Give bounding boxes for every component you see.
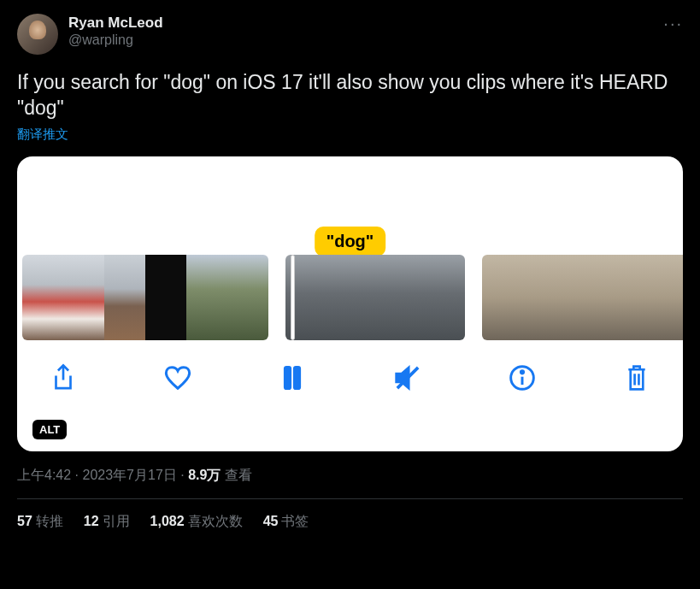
video-scrubber[interactable] bbox=[17, 255, 683, 340]
video-frame bbox=[22, 255, 63, 340]
mute-button[interactable] bbox=[391, 361, 425, 395]
delete-button[interactable] bbox=[620, 361, 654, 395]
media-card[interactable]: "dog" bbox=[17, 156, 683, 451]
meta-time[interactable]: 上午4:42 bbox=[17, 468, 71, 482]
svg-point-4 bbox=[521, 371, 523, 374]
video-frame bbox=[590, 255, 626, 340]
svg-rect-1 bbox=[294, 367, 300, 389]
author-handle[interactable]: @warpling bbox=[68, 32, 163, 49]
clip-group-1[interactable] bbox=[22, 255, 268, 340]
heart-icon bbox=[163, 365, 192, 391]
share-button[interactable] bbox=[46, 361, 80, 395]
meta-views-label: 查看 bbox=[221, 468, 251, 482]
video-frame bbox=[186, 255, 227, 340]
meta-sep: · bbox=[71, 468, 82, 482]
stat-quotes[interactable]: 12引用 bbox=[84, 513, 130, 531]
tweet-header: Ryan McLeod @warpling ··· bbox=[17, 14, 683, 55]
video-frame bbox=[345, 255, 405, 340]
info-icon bbox=[509, 364, 536, 392]
info-button[interactable] bbox=[505, 361, 539, 395]
author-block: Ryan McLeod @warpling bbox=[68, 14, 163, 49]
tweet: Ryan McLeod @warpling ··· If you search … bbox=[0, 0, 700, 545]
bookmarks-num: 45 bbox=[263, 514, 279, 528]
video-frame bbox=[626, 255, 662, 340]
media-toolbar bbox=[17, 340, 683, 395]
retweets-num: 57 bbox=[17, 514, 32, 528]
svg-rect-0 bbox=[285, 367, 291, 389]
meta-views-num: 8.9万 bbox=[188, 468, 221, 482]
trash-icon bbox=[624, 363, 650, 392]
media-top: "dog" bbox=[17, 156, 683, 255]
quotes-label: 引用 bbox=[103, 514, 130, 528]
pause-icon bbox=[282, 365, 303, 391]
clip-group-2[interactable] bbox=[285, 255, 465, 340]
likes-label: 喜欢次数 bbox=[188, 514, 243, 528]
pause-button[interactable] bbox=[275, 361, 309, 395]
like-button[interactable] bbox=[161, 361, 195, 395]
share-icon bbox=[50, 363, 76, 392]
video-frame bbox=[482, 255, 518, 340]
stat-retweets[interactable]: 57转推 bbox=[17, 513, 63, 531]
video-frame bbox=[518, 255, 554, 340]
quotes-num: 12 bbox=[84, 514, 99, 528]
clip-group-3[interactable] bbox=[482, 255, 683, 340]
translate-link[interactable]: 翻译推文 bbox=[17, 127, 683, 143]
meta-date[interactable]: 2023年7月17日 bbox=[82, 468, 176, 482]
meta-sep: · bbox=[177, 468, 188, 482]
bookmarks-label: 书签 bbox=[281, 514, 309, 528]
stat-likes[interactable]: 1,082喜欢次数 bbox=[150, 513, 243, 531]
video-frame bbox=[145, 255, 186, 340]
tweet-meta: 上午4:42 · 2023年7月17日 · 8.9万 查看 bbox=[17, 467, 683, 485]
stats-row: 57转推 12引用 1,082喜欢次数 45书签 bbox=[17, 499, 683, 531]
search-bubble: "dog" bbox=[315, 227, 386, 256]
stat-bookmarks[interactable]: 45书签 bbox=[263, 513, 309, 531]
video-frame bbox=[554, 255, 590, 340]
video-frame bbox=[104, 255, 145, 340]
more-button[interactable]: ··· bbox=[663, 14, 683, 33]
playhead[interactable] bbox=[291, 255, 295, 340]
alt-badge[interactable]: ALT bbox=[32, 420, 67, 439]
likes-num: 1,082 bbox=[150, 514, 185, 528]
video-frame bbox=[63, 255, 104, 340]
video-frame bbox=[227, 255, 268, 340]
video-frame bbox=[405, 255, 465, 340]
video-frame bbox=[662, 255, 683, 340]
author-name[interactable]: Ryan McLeod bbox=[68, 14, 163, 32]
mute-icon bbox=[393, 365, 422, 391]
avatar[interactable] bbox=[17, 14, 58, 55]
tweet-text: If you search for "dog" on iOS 17 it'll … bbox=[17, 70, 683, 121]
retweets-label: 转推 bbox=[36, 514, 63, 528]
